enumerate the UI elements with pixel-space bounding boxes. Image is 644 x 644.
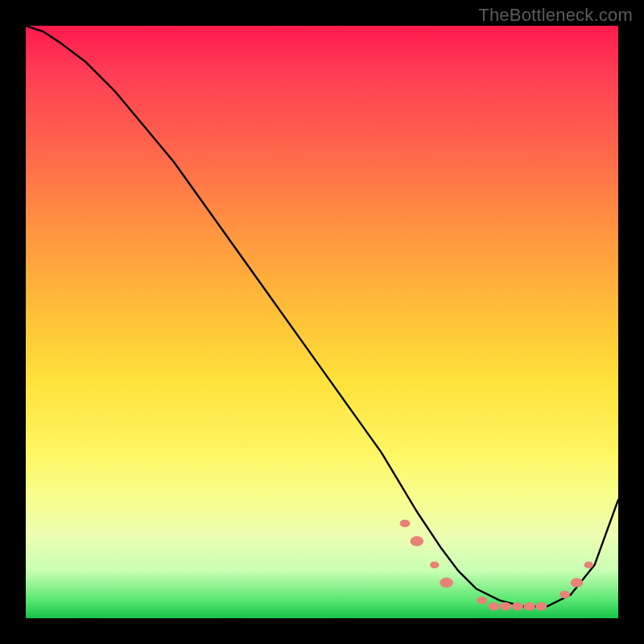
highlight-dot	[524, 602, 535, 611]
highlight-dot	[500, 602, 511, 611]
highlight-dots-group	[400, 519, 593, 610]
bottleneck-curve-path	[26, 26, 618, 606]
watermark-text: TheBottleneck.com	[478, 5, 633, 26]
chart-svg	[26, 26, 618, 618]
highlight-dot	[430, 562, 440, 569]
highlight-dot	[512, 602, 523, 611]
highlight-dot	[571, 578, 583, 588]
plot-area	[26, 26, 618, 618]
chart-frame: TheBottleneck.com	[0, 0, 644, 644]
highlight-dot	[440, 578, 453, 588]
highlight-dot	[477, 597, 487, 605]
highlight-dot	[535, 602, 547, 611]
highlight-dot	[559, 591, 570, 599]
highlight-dot	[411, 536, 424, 546]
highlight-dot	[584, 562, 593, 569]
highlight-dot	[488, 602, 499, 611]
highlight-dot	[400, 519, 411, 527]
